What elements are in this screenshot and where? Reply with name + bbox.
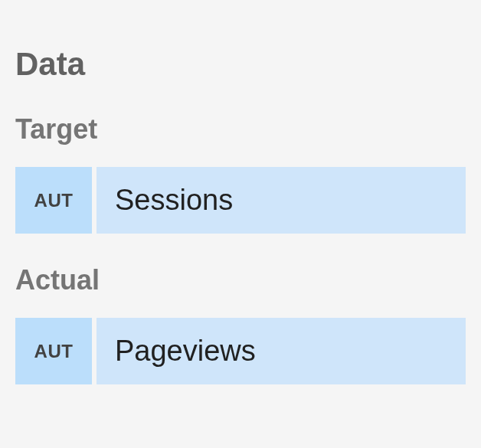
target-badge[interactable]: AUT (15, 167, 92, 234)
actual-value-selector[interactable]: Pageviews (97, 318, 466, 384)
target-value-selector[interactable]: Sessions (97, 167, 466, 234)
section-title: Data (15, 46, 466, 83)
actual-row: AUT Pageviews (15, 318, 466, 384)
target-row: AUT Sessions (15, 167, 466, 234)
target-field-group: Target AUT Sessions (15, 113, 466, 234)
target-label: Target (15, 113, 466, 146)
actual-field-group: Actual AUT Pageviews (15, 264, 466, 384)
actual-badge[interactable]: AUT (15, 318, 92, 384)
actual-label: Actual (15, 264, 466, 296)
